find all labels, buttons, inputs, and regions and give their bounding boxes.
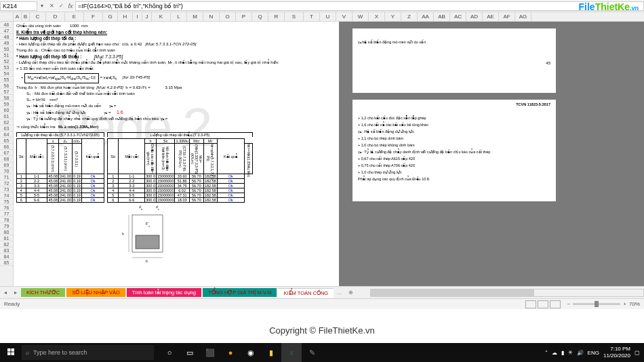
- row-header[interactable]: 68: [0, 156, 13, 162]
- row-header[interactable]: 55: [0, 77, 13, 83]
- formula-input[interactable]: [75, 1, 644, 11]
- horizontal-scrollbar[interactable]: [370, 289, 644, 297]
- zoom-out-icon[interactable]: −: [567, 301, 571, 307]
- row-header[interactable]: 47: [0, 28, 13, 34]
- row-header[interactable]: 56: [0, 83, 13, 89]
- zoom-in-icon[interactable]: +: [623, 301, 626, 307]
- excel-icon[interactable]: x: [281, 343, 302, 362]
- column-header[interactable]: T: [304, 12, 320, 21]
- column-header[interactable]: N: [203, 12, 220, 21]
- column-header[interactable]: AG: [515, 12, 531, 21]
- row-header[interactable]: 72: [0, 180, 13, 186]
- row-header[interactable]: 62: [0, 119, 13, 125]
- chrome-icon[interactable]: ◉: [241, 343, 261, 362]
- row-header[interactable]: 64: [0, 132, 13, 138]
- name-dropdown-icon[interactable]: ▾: [37, 3, 47, 9]
- scroll-thumb[interactable]: [371, 289, 534, 296]
- column-header[interactable]: L: [171, 12, 187, 21]
- row-header[interactable]: 75: [0, 199, 13, 205]
- row-header[interactable]: 46: [0, 22, 13, 28]
- row-header[interactable]: 52: [0, 58, 13, 64]
- enter-icon[interactable]: ✓: [56, 3, 66, 9]
- taskbar-search[interactable]: ⌕ Type here to search: [22, 345, 154, 360]
- row-header[interactable]: 54: [0, 71, 13, 77]
- add-sheet-icon[interactable]: ⊕: [344, 289, 357, 296]
- row-header[interactable]: 66: [0, 144, 13, 150]
- volume-icon[interactable]: 🔊: [577, 350, 584, 356]
- row-header[interactable]: 71: [0, 174, 13, 180]
- column-header[interactable]: U: [320, 12, 336, 21]
- app-icon[interactable]: ⬛: [200, 343, 220, 362]
- row-header[interactable]: 57: [0, 89, 13, 95]
- row-header[interactable]: 49: [0, 40, 13, 46]
- column-header[interactable]: H: [118, 12, 133, 21]
- row-header[interactable]: 70: [0, 168, 13, 174]
- row-header[interactable]: 60: [0, 107, 13, 113]
- row-header[interactable]: 77: [0, 211, 13, 217]
- row-header[interactable]: 67: [0, 150, 13, 156]
- row-header[interactable]: 76: [0, 205, 13, 211]
- tab-scroll-icon[interactable]: …: [334, 289, 344, 296]
- task-view-icon[interactable]: ▭: [180, 343, 200, 362]
- row-header[interactable]: 82: [0, 241, 13, 247]
- row-header[interactable]: 79: [0, 223, 13, 229]
- start-button[interactable]: [0, 348, 22, 357]
- clock[interactable]: 7:10 PM 11/20/2020: [603, 346, 630, 359]
- column-header[interactable]: R: [268, 12, 285, 21]
- sheet-tab[interactable]: TỔNG HỢP GIÁ TRỊ M-V-N: [203, 288, 277, 297]
- column-header[interactable]: Y: [385, 12, 401, 21]
- cortana-icon[interactable]: ○: [159, 343, 180, 362]
- column-header[interactable]: Q: [252, 12, 268, 21]
- column-header[interactable]: C: [30, 12, 46, 21]
- row-header[interactable]: 85: [0, 260, 13, 266]
- column-header[interactable]: AD: [466, 12, 483, 21]
- row-header[interactable]: 58: [0, 95, 13, 101]
- wifi-icon[interactable]: ⚹: [568, 349, 573, 356]
- column-header[interactable]: J: [142, 12, 152, 21]
- zoom-slider[interactable]: [573, 303, 620, 305]
- row-header[interactable]: 74: [0, 193, 13, 199]
- column-header[interactable]: AF: [499, 12, 515, 21]
- tab-nav-prev-icon[interactable]: ▸: [10, 289, 20, 296]
- select-all-corner[interactable]: [0, 12, 14, 21]
- folder-icon[interactable]: ▮: [261, 343, 281, 362]
- column-header[interactable]: AA: [418, 12, 434, 21]
- row-header[interactable]: 65: [0, 138, 13, 144]
- row-header[interactable]: 81: [0, 235, 13, 241]
- fx-icon[interactable]: fx: [66, 3, 75, 9]
- row-header[interactable]: 83: [0, 247, 13, 254]
- row-header[interactable]: 69: [0, 162, 13, 168]
- sheet-tab[interactable]: Tính toán tải trọng tác dụng: [127, 288, 201, 297]
- column-header[interactable]: G: [103, 12, 118, 21]
- row-header[interactable]: 51: [0, 52, 13, 58]
- column-header[interactable]: X: [369, 12, 385, 21]
- column-header[interactable]: AB: [434, 12, 450, 21]
- row-header[interactable]: 84: [0, 254, 13, 260]
- column-header[interactable]: K: [152, 12, 171, 21]
- firefox-icon[interactable]: ●: [220, 343, 241, 362]
- worksheet-left[interactable]: Page 2 Chiều dài vùng tính toán 1000 mm …: [14, 22, 339, 286]
- column-header[interactable]: F: [84, 12, 103, 21]
- column-header[interactable]: M: [187, 12, 203, 21]
- column-header[interactable]: S: [285, 12, 304, 21]
- row-header[interactable]: 80: [0, 229, 13, 235]
- column-header[interactable]: O: [220, 12, 236, 21]
- app-icon[interactable]: ✎: [302, 343, 322, 362]
- sheet-tab[interactable]: SỐ LIỆU NHẬP VÀO: [66, 288, 125, 297]
- row-header[interactable]: 48: [0, 34, 13, 40]
- row-header[interactable]: 59: [0, 101, 13, 107]
- column-header[interactable]: I: [133, 12, 142, 21]
- column-header[interactable]: B: [22, 12, 30, 21]
- column-header[interactable]: D: [46, 12, 65, 21]
- row-header[interactable]: 61: [0, 113, 13, 119]
- sheet-tab-active[interactable]: KIỂM TOÁN CỐNG: [278, 288, 334, 298]
- column-header[interactable]: V: [336, 12, 353, 21]
- column-header[interactable]: W: [353, 12, 369, 21]
- row-header[interactable]: 53: [0, 64, 13, 71]
- battery-icon[interactable]: ▮: [561, 350, 564, 356]
- cloud-icon[interactable]: ☁: [552, 350, 557, 356]
- column-header[interactable]: A: [14, 12, 22, 21]
- row-header[interactable]: 73: [0, 186, 13, 193]
- zoom-level[interactable]: 70%: [629, 301, 640, 307]
- tab-nav-first-icon[interactable]: ◂: [0, 289, 10, 296]
